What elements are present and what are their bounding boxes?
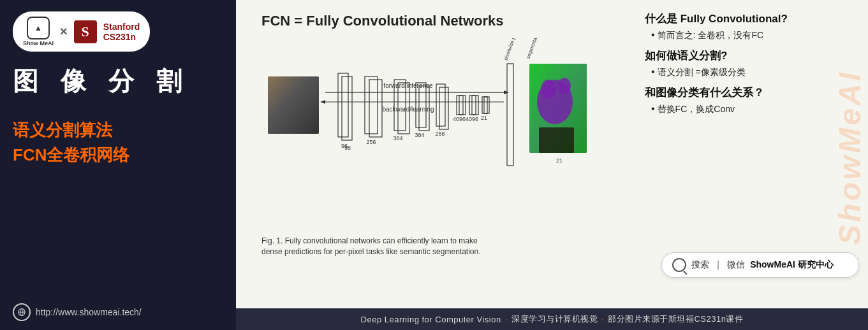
info-heading-1: 什么是 Fully Convolutional?: [645, 11, 858, 26]
svg-rect-26: [507, 64, 513, 166]
stanford-s-icon: S: [74, 20, 97, 43]
svg-marker-39: [320, 100, 325, 104]
info-block-3: 和图像分类有什么关系？ • 替换FC，换成Conv: [645, 85, 858, 116]
svg-text:96: 96: [344, 145, 351, 151]
bottom-dot-1: ·: [505, 314, 508, 324]
showmeai-icon: [27, 17, 50, 39]
svg-text:256: 256: [435, 131, 445, 137]
svg-rect-2: [338, 73, 348, 137]
search-bar[interactable]: 搜索 | 微信 ShowMeAI 研究中心: [661, 252, 859, 278]
info-bullet-3: • 替换FC，换成Conv: [645, 103, 858, 116]
svg-rect-18: [459, 96, 466, 115]
svg-rect-14: [436, 84, 445, 126]
diagram-container: 96 256 384 384 256: [261, 38, 626, 242]
info-bullet-1: • 简而言之: 全卷积，没有FC: [645, 29, 858, 42]
svg-rect-20: [469, 96, 476, 115]
fcn-diagram: 96 256 384 384 256: [261, 38, 600, 229]
website-link[interactable]: http://www.showmeai.tech/: [13, 293, 223, 321]
svg-text:21: 21: [481, 115, 487, 121]
svg-point-32: [558, 78, 571, 94]
svg-text:4096: 4096: [466, 116, 478, 122]
svg-text:256: 256: [366, 139, 376, 145]
info-bullet-2: • 语义分割 =像素级分类: [645, 66, 858, 79]
svg-text:forward/inference: forward/inference: [383, 82, 433, 89]
logo-area: Show MeAI × S Stanford CS231n: [13, 11, 150, 52]
info-block-1: 什么是 Fully Convolutional? • 简而言之: 全卷积，没有F…: [645, 11, 858, 42]
subtitle-link-2[interactable]: FCN全卷积网络: [13, 143, 223, 168]
svg-text:segmentation g.t.: segmentation g.t.: [525, 38, 543, 60]
stanford-name: Stanford CS231n: [103, 22, 140, 42]
website-url: http://www.showmeai.tech/: [36, 307, 142, 317]
content-area: FCN = Fully Convolutional Networks: [236, 0, 868, 330]
image-seg-title: 图 像 分 割: [13, 66, 223, 96]
bottom-text-2: 深度学习与计算机视觉: [511, 313, 598, 325]
svg-rect-6: [369, 80, 382, 137]
link-icon: [13, 303, 31, 321]
svg-rect-24: [484, 97, 489, 113]
bottom-bar: Deep Learning for Computer Vision · 深度学习…: [236, 308, 868, 330]
search-brand-label: ShowMeAI 研究中心: [750, 259, 834, 271]
info-heading-3: 和图像分类有什么关系？: [645, 85, 858, 100]
svg-text:4096: 4096: [453, 116, 466, 122]
svg-text:384: 384: [393, 135, 402, 141]
fig-caption: Fig. 1. Fully convolutional networks can…: [261, 236, 600, 257]
title-section: 图 像 分 割: [13, 66, 223, 96]
svg-rect-5: [365, 76, 378, 134]
svg-text:backward/learning: backward/learning: [382, 106, 434, 113]
svg-rect-3: [342, 76, 352, 140]
bottom-text-1: Deep Learning for Computer Vision: [361, 315, 501, 324]
search-divider: |: [717, 259, 719, 271]
stanford-line2: CS231n: [103, 32, 140, 42]
wechat-label: 微信: [727, 259, 745, 271]
svg-rect-17: [457, 96, 463, 115]
svg-rect-15: [439, 87, 448, 129]
showmeai-logo: Show MeAI: [23, 17, 54, 47]
bottom-text-3: 部分图片来源于斯坦福CS231n课件: [608, 313, 743, 325]
stanford-line1: Stanford: [103, 22, 140, 32]
x-separator: ×: [60, 24, 68, 39]
stanford-logo-group: S Stanford CS231n: [74, 20, 140, 43]
bullet-dot-2: •: [651, 66, 655, 79]
svg-rect-21: [472, 96, 478, 115]
svg-rect-23: [482, 97, 487, 113]
info-heading-2: 如何做语义分割?: [645, 48, 858, 63]
subtitle-links: 语义分割算法 FCN全卷积网络: [13, 118, 223, 168]
fcn-title: FCN = Fully Convolutional Networks: [261, 13, 626, 29]
svg-marker-36: [504, 90, 509, 94]
bullet-dot-1: •: [651, 29, 655, 42]
sidebar: Show MeAI × S Stanford CS231n 图 像 分 割 语义…: [0, 0, 236, 330]
bullet-dot-3: •: [651, 103, 655, 116]
svg-text:384: 384: [415, 132, 424, 138]
watermark-text: ShowMeAI: [836, 70, 863, 245]
content-top: FCN = Fully Convolutional Networks: [236, 0, 868, 308]
showmeai-text: Show MeAI: [23, 40, 54, 47]
svg-point-31: [541, 80, 556, 99]
svg-text:21: 21: [556, 157, 563, 164]
bottom-dot-2: ·: [601, 314, 604, 324]
diagram-section: FCN = Fully Convolutional Networks: [236, 0, 638, 308]
svg-rect-33: [539, 127, 574, 153]
info-block-2: 如何做语义分割? • 语义分割 =像素级分类: [645, 48, 858, 79]
search-icon: [672, 258, 686, 272]
svg-text:pixelwise prediction: pixelwise prediction: [503, 38, 523, 61]
svg-rect-11: [416, 83, 426, 127]
right-panel: ShowMeAI 什么是 Fully Convolutional? • 简而言之…: [638, 0, 868, 308]
subtitle-link-1[interactable]: 语义分割算法: [13, 118, 223, 143]
svg-rect-1: [268, 76, 319, 134]
search-wechat-label: 搜索: [691, 259, 709, 271]
